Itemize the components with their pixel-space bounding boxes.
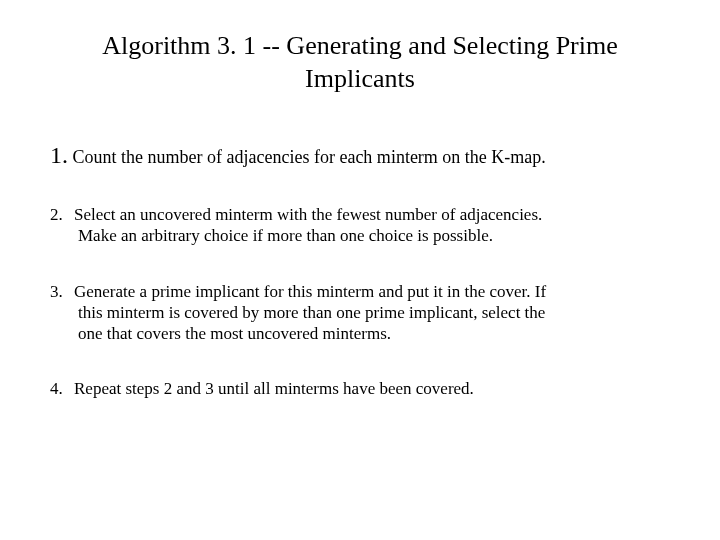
algorithm-step-3: 3.Generate a prime implicant for this mi…	[50, 281, 670, 345]
step-number: 2.	[50, 204, 74, 225]
step-text-line: Select an uncovered minterm with the few…	[74, 205, 542, 224]
step-text-line: Generate a prime implicant for this mint…	[74, 282, 546, 301]
slide-title: Algorithm 3. 1 -- Generating and Selecti…	[50, 30, 670, 95]
step-text: Count the number of adjacencies for each…	[73, 147, 546, 167]
step-text-line: this minterm is covered by more than one…	[50, 302, 670, 323]
step-text-line: one that covers the most uncovered minte…	[50, 323, 670, 344]
algorithm-step-4: 4.Repeat steps 2 and 3 until all minterm…	[50, 378, 670, 399]
step-text: Repeat steps 2 and 3 until all minterms …	[74, 379, 474, 398]
step-text-line: Make an arbitrary choice if more than on…	[50, 225, 670, 246]
step-number: 4.	[50, 378, 74, 399]
step-number: 3.	[50, 281, 74, 302]
step-number: 1.	[50, 142, 68, 168]
algorithm-step-2: 2.Select an uncovered minterm with the f…	[50, 204, 670, 247]
algorithm-step-1: 1. Count the number of adjacencies for e…	[50, 140, 670, 170]
